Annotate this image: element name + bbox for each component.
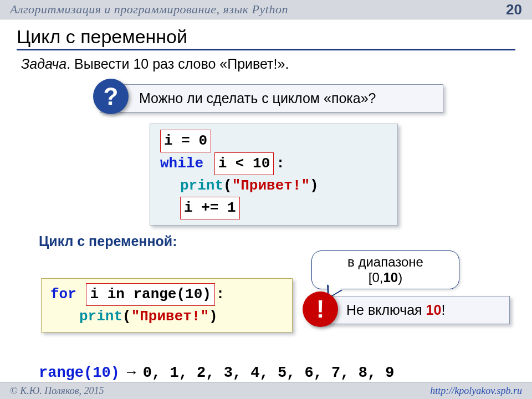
- task-line: Задача. Вывести 10 раз слово «Привет!».: [21, 56, 515, 72]
- slide-title: Цикл с переменной: [17, 26, 515, 48]
- for-head: i in range(10): [86, 283, 214, 306]
- footer: © К.Ю. Поляков, 2015 http://kpolyakov.sp…: [0, 382, 532, 399]
- colon1: :: [276, 155, 285, 172]
- task-label: Задача: [21, 56, 66, 71]
- slide-content: Цикл с переменной Задача. Вывести 10 раз…: [0, 19, 532, 381]
- str-privet: "Привет!": [232, 177, 310, 194]
- arrow-icon: →: [120, 364, 143, 380]
- code-inc: i += 1: [180, 197, 240, 219]
- kw-print2: print: [79, 308, 122, 325]
- exclaim-text: Не включая 10!: [310, 296, 510, 324]
- question-callout: ? Можно ли сделать с циклом «пока»?: [100, 84, 443, 112]
- header-bar: Алгоритмизация и программирование, язык …: [0, 0, 532, 19]
- code-init: i = 0: [160, 130, 211, 152]
- header-title: Алгоритмизация и программирование, язык …: [10, 2, 288, 17]
- footer-author: © К.Ю. Поляков, 2015: [10, 385, 104, 397]
- title-rule: [17, 49, 515, 50]
- code-for: for i in range(10) : print("Привет!"): [41, 278, 293, 332]
- exclaim-badge: !: [303, 291, 338, 327]
- bubble-line2: [0,10): [323, 270, 448, 285]
- task-text: . Вывести 10 раз слово «Привет!».: [66, 56, 289, 71]
- code-cond: i < 10: [214, 152, 274, 175]
- bubble-range: в диапазоне [0,10): [311, 250, 459, 289]
- bubble-line1: в диапазоне: [323, 254, 448, 270]
- for-row: в диапазоне [0,10) for i in range(10) : …: [17, 253, 515, 347]
- exclaim-callout: ! Не включая 10!: [310, 296, 510, 324]
- range-values: 0, 1, 2, 3, 4, 5, 6, 7, 8, 9: [143, 365, 395, 381]
- code-while: i = 0 while i < 10 : print("Привет!") i …: [150, 124, 398, 226]
- subtitle-for: Цикл с переменной:: [39, 233, 515, 249]
- footer-url: http://kpolyakov.spb.ru: [430, 385, 522, 397]
- page-number: 20: [506, 1, 522, 18]
- kw-for: for: [50, 286, 76, 303]
- question-badge: ?: [93, 79, 129, 114]
- question-text: Можно ли сделать с циклом «пока»?: [100, 84, 443, 112]
- str-privet2: "Привет!": [131, 308, 209, 325]
- range-expansion: range(10) → 0, 1, 2, 3, 4, 5, 6, 7, 8, 9: [39, 364, 515, 381]
- range-call: range(10): [39, 365, 120, 381]
- kw-print: print: [180, 177, 223, 194]
- kw-while: while: [160, 155, 203, 172]
